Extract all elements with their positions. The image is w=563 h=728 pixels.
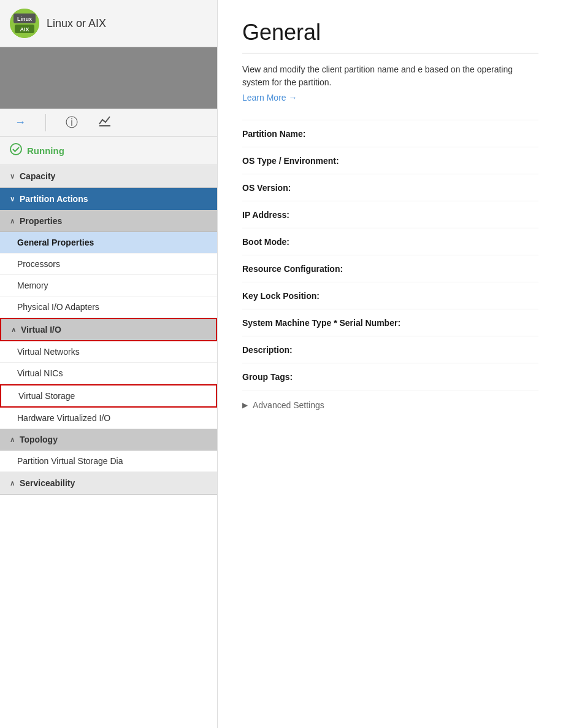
advanced-settings-chevron: ▶ [242,401,248,409]
svg-text:AIX: AIX [20,26,29,33]
partition-actions-label: Partition Actions [20,194,88,204]
sidebar-item-capacity[interactable]: ∨ Capacity [0,165,217,188]
status-check-icon [10,143,22,158]
chart-icon-button[interactable] [98,114,112,131]
sidebar: Linux AIX Linux or AIX → ⓘ [0,0,218,728]
sidebar-item-topology[interactable]: ∧ Topology [0,429,217,451]
os-type-label: OS Type / Environment: [242,156,414,166]
virtual-io-chevron: ∧ [11,326,16,334]
topology-label: Topology [20,435,58,444]
form-row-key-lock-position: Key Lock Position: [242,282,538,309]
processors-label: Processors [17,259,60,269]
learn-more-arrow-icon: → [289,93,297,103]
resource-configuration-label: Resource Configuration: [242,264,414,274]
learn-more-link[interactable]: Learn More → [242,93,297,103]
sidebar-item-virtual-storage[interactable]: Virtual Storage [0,384,217,408]
virtual-networks-label: Virtual Networks [17,347,80,357]
logo-badge: Linux AIX [10,9,39,38]
system-machine-type-label: System Machine Type * Serial Number: [242,318,414,328]
virtual-storage-label: Virtual Storage [18,391,75,401]
sidebar-menu: ∨ Capacity ∨ Partition Actions ∧ Propert… [0,165,217,728]
topology-chevron: ∧ [10,436,15,444]
title-divider [242,53,538,53]
key-lock-position-label: Key Lock Position: [242,291,414,301]
form-row-os-version: OS Version: [242,174,538,201]
svg-text:Linux: Linux [17,16,32,22]
hardware-virt-io-label: Hardware Virtualized I/O [17,413,110,423]
serviceability-chevron: ∧ [10,479,15,487]
main-content: General View and modify the client parti… [218,0,563,728]
form-fields: Partition Name: OS Type / Environment: O… [242,120,538,390]
description-text: View and modify the client partition nam… [242,63,538,89]
virtual-io-label: Virtual I/O [21,325,61,335]
capacity-label: Capacity [20,171,55,181]
partition-virt-storage-dia-label: Partition Virtual Storage Dia [17,456,123,466]
sidebar-item-virtual-networks[interactable]: Virtual Networks [0,341,217,363]
virtual-nics-label: Virtual NICs [17,368,63,378]
arrow-right-icon: → [15,116,26,129]
sidebar-item-memory[interactable]: Memory [0,275,217,296]
svg-point-6 [10,144,21,155]
sidebar-item-processors[interactable]: Processors [0,254,217,275]
ip-address-label: IP Address: [242,210,414,220]
sidebar-item-properties[interactable]: ∧ Properties [0,211,217,232]
physical-io-label: Physical I/O Adapters [17,302,99,312]
status-label: Running [27,145,64,156]
serviceability-label: Serviceability [20,478,75,488]
running-status: Running [0,137,217,165]
sidebar-item-virtual-io[interactable]: ∧ Virtual I/O [0,318,217,341]
sidebar-item-partition-actions[interactable]: ∨ Partition Actions [0,188,217,211]
learn-more-text: Learn More [242,93,286,103]
form-row-group-tags: Group Tags: [242,363,538,390]
properties-chevron: ∧ [10,217,15,225]
form-row-boot-mode: Boot Mode: [242,228,538,255]
form-row-system-machine-type: System Machine Type * Serial Number: [242,309,538,336]
info-icon: ⓘ [66,114,78,131]
memory-label: Memory [17,281,48,290]
form-row-resource-configuration: Resource Configuration: [242,255,538,282]
sidebar-nav-icons: → ⓘ [0,109,217,137]
general-properties-label: General Properties [17,238,94,247]
page-title: General [242,20,538,45]
properties-label: Properties [20,216,62,226]
sidebar-item-hardware-virtualized-io[interactable]: Hardware Virtualized I/O [0,408,217,429]
sidebar-item-general-properties[interactable]: General Properties [0,232,217,254]
os-version-label: OS Version: [242,183,414,193]
nav-divider [45,114,46,131]
sidebar-image [0,47,217,109]
boot-mode-label: Boot Mode: [242,237,414,247]
advanced-settings-label: Advanced Settings [253,400,324,410]
form-row-partition-name: Partition Name: [242,120,538,147]
sidebar-header: Linux AIX Linux or AIX [0,0,217,47]
capacity-chevron: ∨ [10,172,15,180]
description-label: Description: [242,345,414,355]
partition-name-label: Partition Name: [242,129,414,139]
form-row-description: Description: [242,336,538,363]
advanced-settings-toggle[interactable]: ▶ Advanced Settings [242,390,538,420]
form-row-os-type: OS Type / Environment: [242,147,538,174]
group-tags-label: Group Tags: [242,372,414,382]
sidebar-title: Linux or AIX [47,17,106,30]
chart-icon [98,114,112,131]
sidebar-item-serviceability[interactable]: ∧ Serviceability [0,472,217,495]
sidebar-item-partition-virtual-storage-dia[interactable]: Partition Virtual Storage Dia [0,451,217,472]
info-icon-button[interactable]: ⓘ [66,114,78,131]
partition-actions-chevron: ∨ [10,195,15,203]
sidebar-item-virtual-nics[interactable]: Virtual NICs [0,363,217,384]
form-row-ip-address: IP Address: [242,201,538,228]
sidebar-item-physical-io[interactable]: Physical I/O Adapters [0,296,217,318]
